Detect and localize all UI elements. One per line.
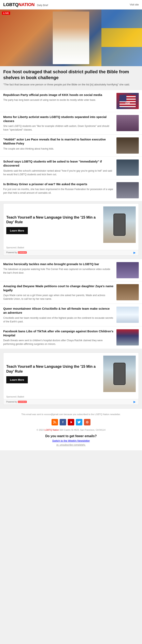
svg-rect-8 <box>119 105 136 106</box>
article-thumb <box>116 160 139 176</box>
svg-marker-13 <box>71 421 72 424</box>
ad-image-2 <box>103 356 136 392</box>
article-card[interactable]: Amazing dad Dwyane Wade petitions court … <box>0 281 142 304</box>
thumb-image <box>116 115 139 131</box>
article-thumb <box>116 306 139 323</box>
us-flag-svg: GOP <box>119 95 136 107</box>
footer-cta-sub: Switch to the Weekly Newsletter <box>3 439 139 442</box>
article-excerpt: She said LGBTQ students are "like for ex… <box>3 124 114 132</box>
logo-subtitle: Daily Brief <box>37 4 48 7</box>
section-gap-2 <box>0 349 142 350</box>
article-excerpt: The party has long been accused of using… <box>3 98 114 102</box>
hero-bg-flag <box>101 10 142 66</box>
copyright-year: © 2022 <box>37 429 44 431</box>
article-excerpt: For just over six months, she has been i… <box>3 188 114 195</box>
ad-arrow: ▶ <box>133 251 136 254</box>
weekly-newsletter-link[interactable]: Switch to the Weekly Newsletter <box>52 439 90 442</box>
hero-title[interactable]: Fox host outraged that school district p… <box>3 69 139 80</box>
article-excerpt: The takedown at popular watering hole Th… <box>3 267 114 275</box>
article-title: School says LGBTQ students will be asked… <box>3 160 114 168</box>
article-thumb <box>116 329 139 346</box>
article-title: Amazing dad Dwyane Wade petitions court … <box>3 284 114 292</box>
ad-block-1: Teach Yourself a New Language Using the … <box>3 204 139 256</box>
ad-sponsored-2: Sponsored | Babbel <box>4 395 138 399</box>
article-card[interactable]: Queer mountaineer Alison Criscitiello & … <box>0 304 142 326</box>
social-youtube-icon[interactable] <box>68 419 74 426</box>
article-text: Marine heroically tackles man who brough… <box>3 262 114 275</box>
footer-unsub: or, unsubscribe completely. <box>3 444 139 446</box>
thumb-image <box>116 182 139 198</box>
article-text: Amazing dad Dwyane Wade petitions court … <box>3 284 114 301</box>
article-excerpt: The couple are also thinking about havin… <box>3 147 114 150</box>
thumb-image <box>116 138 139 154</box>
article-card[interactable]: Marine heroically tackles man who brough… <box>0 259 142 281</box>
article-card[interactable]: "Hobbit" actor Lee Pace reveals that he … <box>0 134 142 157</box>
article-text: Moms for Liberty activist wants LGBTQ st… <box>3 115 114 132</box>
hero-article: LIVE Fox host outraged that school distr… <box>0 10 142 90</box>
article-card[interactable]: Republican Party official posts image of… <box>0 90 142 112</box>
footer-email-text: This email was sent to xxxxxx@gmail.com … <box>3 413 139 416</box>
article-text: "Hobbit" actor Lee Pace reveals that he … <box>3 138 114 150</box>
visit-site-link[interactable]: Visit site <box>130 3 139 6</box>
article-text: School says LGBTQ students will be asked… <box>3 160 114 176</box>
social-feed-icon[interactable] <box>84 419 90 426</box>
ad-learn-more-button[interactable]: Learn More <box>6 227 28 234</box>
powered-by-text: Powered by <box>6 251 17 254</box>
footer: This email was sent to xxxxxx@gmail.com … <box>0 408 142 450</box>
article-excerpt: Criscitiello and her team recently scale… <box>3 316 114 324</box>
social-rss-icon[interactable] <box>52 419 58 426</box>
article-thumb <box>116 115 139 131</box>
svg-point-15 <box>87 422 88 422</box>
logo-lgbtq: LGBTQNATION <box>3 2 35 7</box>
svg-rect-10 <box>119 95 126 102</box>
social-facebook-icon[interactable]: f <box>60 419 66 426</box>
article-thumb <box>116 138 139 154</box>
ad-inner: Teach Yourself a New Language Using the … <box>4 204 138 246</box>
svg-rect-9 <box>119 106 136 107</box>
article-text: Facebook bans Libs of TikTok after vile … <box>3 329 114 346</box>
article-thumb <box>116 182 139 198</box>
hero-image: LIVE <box>0 10 142 66</box>
article-thumb <box>116 284 139 300</box>
footer-cta-title: Do you want to get fewer emails? <box>3 434 139 438</box>
ad-image <box>103 206 136 243</box>
thumb-image: GOP <box>116 93 139 109</box>
article-title: "Hobbit" actor Lee Pace reveals that he … <box>3 138 114 146</box>
footer-lgbtq-link[interactable]: LGBTQ Nation <box>44 429 59 431</box>
section-gap <box>0 258 142 259</box>
article-title: Marine heroically tackles man who brough… <box>3 262 114 266</box>
article-card[interactable]: Facebook bans Libs of TikTok after vile … <box>0 326 142 349</box>
article-title: Is Brittney Griner a prisoner of war? We… <box>3 182 114 186</box>
ad-phone-graphic-2 <box>113 363 125 385</box>
article-card[interactable]: Is Brittney Griner a prisoner of war? We… <box>0 179 142 202</box>
unsubscribe-link[interactable]: or, unsubscribe completely. <box>56 444 86 446</box>
ad-phone-graphic <box>113 214 125 236</box>
footer-copyright: © 2022 LGBTQ Nation 564 Castro St #623, … <box>3 428 139 432</box>
social-twitter-icon[interactable] <box>76 419 82 426</box>
ad-sponsored: Sponsored | Babbel <box>4 246 138 250</box>
thumb-image <box>116 284 139 300</box>
article-card[interactable]: School says LGBTQ students will be asked… <box>0 157 142 179</box>
liveintent-logo: LiveIntent <box>18 251 27 254</box>
hero-article-text: Fox host outraged that school district p… <box>0 66 142 86</box>
article-excerpt: Death threats were sent to children's ho… <box>3 338 114 346</box>
article-text: Republican Party official posts image of… <box>3 93 114 102</box>
article-excerpt: Students said the school's administrator… <box>3 169 114 176</box>
article-card[interactable]: Moms for Liberty activist wants LGBTQ st… <box>0 112 142 135</box>
section-gap-3 <box>0 407 142 408</box>
ad-inner-2: Teach Yourself a New Language Using the … <box>4 353 138 395</box>
ad-learn-more-button-2[interactable]: Learn More <box>6 376 28 383</box>
hero-excerpt: "The fact that because one person or thr… <box>3 82 139 86</box>
header: LGBTQNATION Daily Brief Visit site <box>0 0 142 10</box>
article-text: Is Brittney Griner a prisoner of war? We… <box>3 182 114 195</box>
article-title: Queer mountaineer Alison Criscitiello & … <box>3 306 114 315</box>
ad-text: Teach Yourself a New Language Using the … <box>6 215 101 234</box>
logo: LGBTQNATION Daily Brief <box>3 2 48 7</box>
social-icons: f <box>3 419 139 426</box>
article-thumb: GOP <box>116 93 139 109</box>
article-thumb <box>116 262 139 278</box>
footer-address: 564 Castro St #623, San Francisco, CA 94… <box>60 429 105 431</box>
ad-photo <box>103 206 136 243</box>
ad-arrow-2: ▶ <box>133 400 136 403</box>
article-title: Moms for Liberty activist wants LGBTQ st… <box>3 115 114 123</box>
